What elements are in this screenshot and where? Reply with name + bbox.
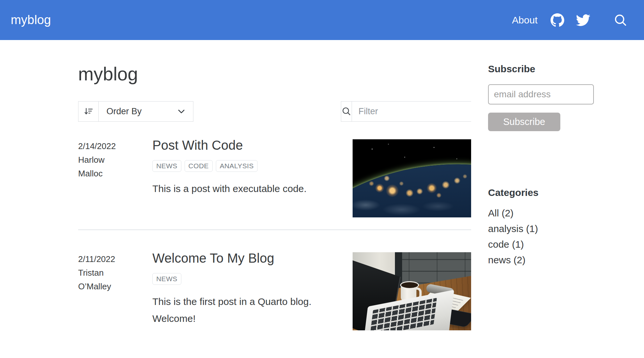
post-date: 2/11/2022 [78, 252, 127, 266]
sidebar: Subscribe Subscribe Categories All (2) a… [488, 40, 594, 330]
listing-controls: Order By [78, 101, 471, 122]
sort-icon[interactable] [78, 102, 99, 121]
post-description: This is a post with executable code. [152, 180, 345, 198]
page-title: myblog [78, 63, 471, 85]
post-meta: 2/11/2022 Tristan O’Malley [78, 252, 152, 330]
tag-news[interactable]: NEWS [152, 160, 181, 172]
post-tags: NEWS CODE ANALYSIS [152, 160, 345, 172]
navbar-brand[interactable]: myblog [11, 13, 51, 27]
post-title[interactable]: Post With Code [152, 137, 345, 153]
page-body: myblog Order By [0, 40, 644, 330]
tag-analysis[interactable]: ANALYSIS [216, 160, 258, 172]
navbar: myblog About [0, 0, 644, 40]
tag-code[interactable]: CODE [185, 160, 213, 172]
post-thumbnail-earth[interactable] [353, 139, 471, 217]
categories-list: All (2) analysis (1) code (1) news (2) [488, 205, 594, 268]
categories-heading: Categories [488, 187, 594, 198]
chevron-down-icon [177, 107, 186, 116]
order-by-select[interactable]: Order By [78, 101, 193, 122]
category-analysis[interactable]: analysis (1) [488, 221, 594, 237]
post-meta: 2/14/2022 Harlow Malloc [78, 139, 152, 217]
main-content: myblog Order By [78, 40, 471, 330]
post-tags: NEWS [152, 273, 345, 285]
filter-box [341, 101, 471, 122]
categories-section: Categories All (2) analysis (1) code (1)… [488, 187, 594, 268]
post-description: This is the first post in a Quarto blog.… [152, 293, 345, 327]
email-field[interactable] [488, 84, 594, 104]
post-row-2: 2/11/2022 Tristan O’Malley Welcome To My… [78, 252, 471, 330]
subscribe-heading: Subscribe [488, 63, 594, 75]
post-divider [78, 229, 471, 230]
nav-link-about[interactable]: About [512, 15, 538, 26]
post-listing: 2/14/2022 Harlow Malloc Post With Code N… [78, 139, 471, 330]
navbar-right: About [512, 13, 628, 28]
tag-news[interactable]: NEWS [152, 273, 181, 285]
post-author: Harlow Malloc [78, 153, 127, 180]
github-icon[interactable] [551, 13, 564, 27]
post-row-1: 2/14/2022 Harlow Malloc Post With Code N… [78, 139, 471, 217]
category-all[interactable]: All (2) [488, 205, 594, 221]
search-icon[interactable] [613, 13, 628, 28]
order-by-label: Order By [106, 106, 142, 117]
earth-city-lights [353, 139, 471, 217]
filter-search-icon [341, 102, 352, 121]
category-news[interactable]: news (2) [488, 252, 594, 268]
category-code[interactable]: code (1) [488, 237, 594, 252]
twitter-icon[interactable] [576, 13, 590, 27]
post-title[interactable]: Welcome To My Blog [152, 250, 345, 266]
filter-input[interactable] [352, 102, 474, 121]
post-body: Post With Code NEWS CODE ANALYSIS This i… [152, 139, 353, 217]
subscribe-button[interactable]: Subscribe [488, 113, 560, 131]
post-author: Tristan O’Malley [78, 266, 127, 293]
post-body: Welcome To My Blog NEWS This is the firs… [152, 252, 353, 330]
post-thumbnail-desk[interactable] [353, 252, 471, 330]
post-date: 2/14/2022 [78, 139, 127, 153]
order-by-current: Order By [99, 102, 193, 121]
